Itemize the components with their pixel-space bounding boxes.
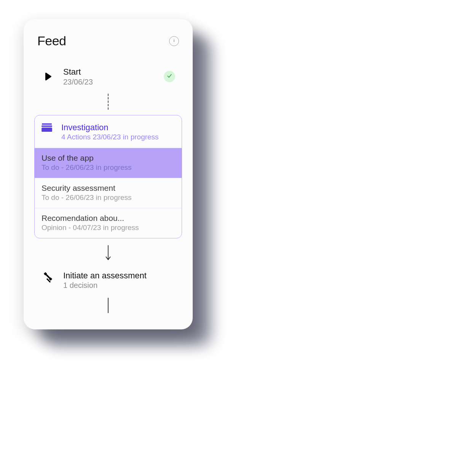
svg-rect-1 <box>174 40 174 42</box>
task-sub: To do - 26/06/23 in progress <box>42 193 175 203</box>
investigation-header[interactable]: Investigation 4 Actions 23/06/23 in prog… <box>35 115 182 148</box>
arrow-down-icon <box>105 244 112 263</box>
info-button[interactable] <box>169 36 179 46</box>
start-title: Start <box>63 67 155 77</box>
connector-line <box>108 298 109 313</box>
feed-item-assessment[interactable]: Initiate an assessment 1 decision <box>36 268 180 293</box>
investigation-sub: 4 Actions 23/06/23 in progress <box>61 133 159 142</box>
investigation-title: Investigation <box>61 122 159 133</box>
task-title: Use of the app <box>42 153 175 163</box>
task-title: Security assessment <box>42 183 175 193</box>
task-sub: To do - 26/06/23 in progress <box>42 163 175 173</box>
page-title: Feed <box>37 34 66 48</box>
info-icon <box>172 38 176 44</box>
check-icon <box>166 73 173 80</box>
status-done-badge <box>164 71 175 82</box>
task-row[interactable]: Use of the app To do - 26/06/23 in progr… <box>35 148 182 178</box>
svg-rect-3 <box>42 125 52 127</box>
assessment-sub: 1 decision <box>63 281 147 290</box>
assessment-title: Initiate an assessment <box>63 270 147 281</box>
svg-rect-4 <box>42 128 52 132</box>
start-date: 23/06/23 <box>63 77 155 87</box>
task-row[interactable]: Security assessment To do - 26/06/23 in … <box>35 178 182 208</box>
task-title: Recomendation abou... <box>42 213 175 223</box>
gavel-icon <box>41 270 55 284</box>
task-sub: Opinion - 04/07/23 in progress <box>42 223 175 233</box>
play-icon <box>41 70 55 83</box>
connector-dotted <box>108 94 109 110</box>
task-row[interactable]: Recomendation abou... Opinion - 04/07/23… <box>35 208 182 238</box>
feed-item-investigation: Investigation 4 Actions 23/06/23 in prog… <box>34 115 182 238</box>
svg-point-0 <box>174 39 174 40</box>
feed-card: Feed Start 23/06/23 <box>24 19 193 329</box>
feed-item-start[interactable]: Start 23/06/23 <box>36 64 180 89</box>
folder-stack-icon <box>42 123 53 134</box>
connector-arrow <box>33 244 184 263</box>
svg-rect-7 <box>46 274 50 279</box>
svg-rect-2 <box>42 123 52 125</box>
